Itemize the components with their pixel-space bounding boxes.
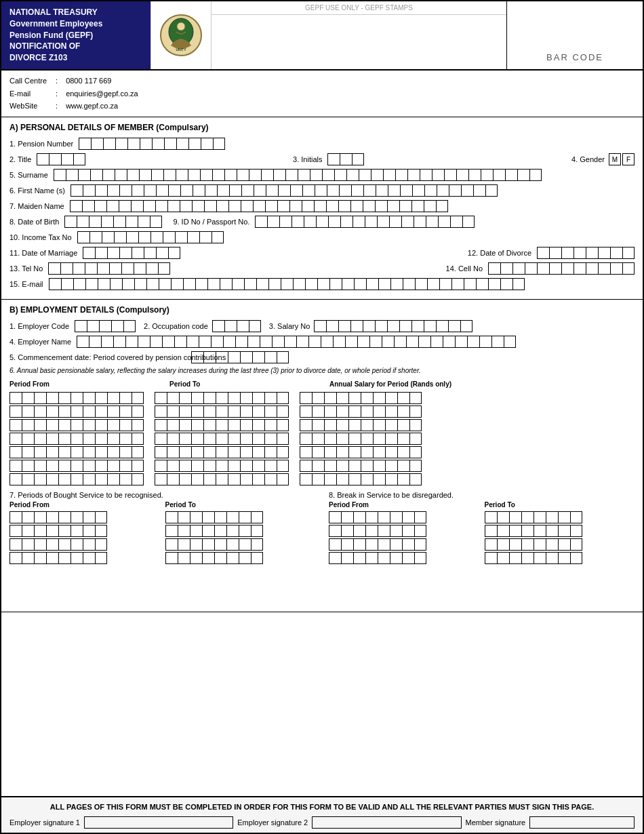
box[interactable]: [101, 336, 113, 348]
box[interactable]: [418, 336, 430, 348]
box[interactable]: [162, 336, 174, 348]
box[interactable]: [66, 169, 78, 181]
box[interactable]: [186, 336, 199, 348]
box[interactable]: [146, 278, 159, 290]
box[interactable]: [437, 184, 449, 197]
box[interactable]: [144, 184, 156, 197]
box[interactable]: [123, 320, 136, 332]
box[interactable]: [223, 336, 235, 348]
box[interactable]: [317, 278, 329, 290]
box[interactable]: [237, 169, 249, 181]
box[interactable]: [284, 336, 296, 348]
box[interactable]: [529, 169, 542, 181]
box[interactable]: [73, 153, 85, 165]
box[interactable]: [89, 216, 101, 228]
box[interactable]: [183, 278, 195, 290]
box[interactable]: [281, 278, 293, 290]
box[interactable]: [272, 336, 284, 348]
box[interactable]: [334, 169, 346, 181]
box[interactable]: [254, 184, 266, 197]
box[interactable]: [156, 184, 168, 197]
box[interactable]: [114, 231, 126, 243]
box[interactable]: [253, 200, 265, 212]
box[interactable]: [415, 278, 427, 290]
box[interactable]: [610, 247, 622, 259]
box[interactable]: [363, 320, 375, 332]
box[interactable]: [235, 336, 247, 348]
box[interactable]: [107, 184, 119, 197]
box[interactable]: [504, 336, 516, 348]
box[interactable]: [432, 169, 444, 181]
box[interactable]: [168, 184, 180, 197]
box[interactable]: [175, 231, 187, 243]
box[interactable]: [279, 216, 291, 228]
box[interactable]: [328, 216, 340, 228]
box[interactable]: [350, 320, 363, 332]
box[interactable]: [285, 169, 298, 181]
box[interactable]: [333, 336, 345, 348]
box[interactable]: [75, 320, 87, 332]
box[interactable]: [378, 278, 390, 290]
box[interactable]: [241, 184, 254, 197]
box[interactable]: [71, 184, 83, 197]
box[interactable]: [291, 216, 304, 228]
box[interactable]: [561, 247, 573, 259]
box[interactable]: [121, 262, 134, 275]
box[interactable]: [163, 231, 175, 243]
box[interactable]: [244, 278, 256, 290]
box[interactable]: [224, 169, 237, 181]
box[interactable]: [73, 278, 85, 290]
box[interactable]: [228, 351, 240, 363]
box[interactable]: [394, 336, 406, 348]
box[interactable]: [376, 184, 388, 197]
box[interactable]: [49, 278, 61, 290]
box[interactable]: [113, 216, 125, 228]
box[interactable]: [61, 153, 73, 165]
box[interactable]: [132, 247, 144, 259]
box[interactable]: [436, 320, 448, 332]
box[interactable]: [473, 184, 485, 197]
gender-m-box[interactable]: M: [609, 153, 621, 165]
box[interactable]: [407, 169, 420, 181]
box[interactable]: [411, 200, 424, 212]
box[interactable]: [180, 184, 193, 197]
box[interactable]: [77, 216, 89, 228]
box[interactable]: [350, 200, 363, 212]
box[interactable]: [327, 184, 339, 197]
box[interactable]: [346, 169, 359, 181]
box[interactable]: [224, 320, 237, 332]
box[interactable]: [329, 278, 342, 290]
box[interactable]: [395, 169, 407, 181]
box[interactable]: [240, 351, 252, 363]
box[interactable]: [90, 169, 102, 181]
box[interactable]: [98, 278, 110, 290]
box[interactable]: [456, 169, 468, 181]
box[interactable]: [399, 200, 411, 212]
box[interactable]: [127, 169, 139, 181]
sig1-box[interactable]: [84, 816, 233, 829]
box[interactable]: [387, 320, 399, 332]
box[interactable]: [192, 200, 204, 212]
box[interactable]: [444, 169, 456, 181]
box[interactable]: [479, 336, 491, 348]
box[interactable]: [389, 216, 401, 228]
box[interactable]: [119, 247, 132, 259]
box[interactable]: [586, 262, 598, 275]
box[interactable]: [94, 200, 106, 212]
box[interactable]: [390, 278, 403, 290]
box[interactable]: [549, 247, 561, 259]
box[interactable]: [345, 336, 357, 348]
box[interactable]: [537, 262, 549, 275]
box[interactable]: [512, 262, 525, 275]
box[interactable]: [247, 336, 260, 348]
box[interactable]: [180, 200, 192, 212]
box[interactable]: [365, 216, 377, 228]
box[interactable]: [83, 184, 95, 197]
box[interactable]: [586, 247, 598, 259]
box[interactable]: [207, 278, 220, 290]
box[interactable]: [305, 278, 317, 290]
box[interactable]: [193, 184, 205, 197]
box[interactable]: [420, 169, 432, 181]
box[interactable]: [164, 138, 176, 150]
box[interactable]: [353, 216, 365, 228]
